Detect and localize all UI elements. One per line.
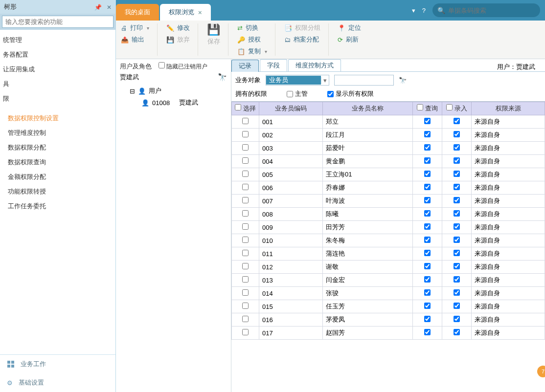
locate-button[interactable]: 📍 定位 (338, 23, 361, 32)
authorize-button[interactable]: 🔑 授权 (237, 35, 267, 44)
function-search-input[interactable] (2, 16, 114, 28)
close-panel-icon[interactable]: ✕ (107, 4, 112, 11)
row-select[interactable] (242, 316, 249, 322)
tree-root-user[interactable]: ⊟ 👤 用户 (130, 87, 227, 95)
switch-button[interactable]: ⇄ 切换 (237, 23, 267, 32)
sub-nav-item[interactable]: 管理维度控制 (7, 126, 115, 140)
col-name[interactable]: 业务员名称 (323, 102, 413, 115)
sub-nav-item[interactable]: 功能权限转授 (7, 184, 115, 199)
tree-user-node[interactable]: 👤 01008 贾建武 (141, 98, 227, 107)
sub-nav-item[interactable]: 数据权限分配 (7, 140, 115, 155)
hide-cancelled-checkbox[interactable]: 隐藏已注销用户 (159, 62, 207, 71)
row-entry[interactable] (454, 118, 460, 124)
row-query[interactable] (424, 118, 431, 124)
nav-item[interactable]: 让应用集成 (0, 62, 115, 77)
tab-my-desktop[interactable]: 我的桌面 (116, 4, 159, 21)
table-row[interactable]: 014张骏来源自身 (232, 287, 545, 300)
row-select[interactable] (242, 210, 249, 217)
row-entry[interactable] (454, 184, 460, 190)
row-query[interactable] (424, 144, 431, 151)
row-query[interactable] (424, 223, 431, 230)
row-query[interactable] (424, 250, 431, 256)
row-query[interactable] (424, 171, 431, 177)
row-entry[interactable] (454, 157, 460, 164)
row-query[interactable] (424, 329, 431, 335)
collapse-icon[interactable]: ⊟ (130, 87, 135, 95)
filter-input[interactable] (335, 75, 393, 85)
nav-item[interactable]: 统管理 (0, 33, 115, 47)
tab-permission-browse[interactable]: 权限浏览 × (160, 4, 211, 21)
nav-item[interactable]: 限 (0, 91, 115, 106)
row-entry[interactable] (454, 237, 460, 243)
nav-item[interactable]: 务器配置 (0, 47, 115, 62)
row-entry[interactable] (454, 197, 460, 203)
row-select[interactable] (242, 303, 249, 309)
row-select[interactable] (242, 329, 249, 335)
table-row[interactable]: 011蒲连艳来源自身 (232, 247, 545, 261)
table-row[interactable]: 016茅爱凤来源自身 (232, 313, 545, 327)
row-select[interactable] (242, 263, 249, 269)
row-select[interactable] (242, 157, 249, 164)
supervisor-checkbox[interactable]: 主管 (287, 89, 308, 98)
row-select[interactable] (242, 197, 249, 203)
row-entry[interactable] (454, 250, 460, 256)
row-query[interactable] (424, 210, 431, 217)
table-row[interactable]: 017赵国芳来源自身 (232, 327, 545, 340)
row-query[interactable] (424, 263, 431, 269)
row-select[interactable] (242, 276, 249, 283)
row-select[interactable] (242, 171, 249, 177)
row-entry[interactable] (454, 303, 460, 309)
col-select[interactable]: 选择 (232, 102, 259, 115)
pin-icon[interactable]: 📌 (94, 4, 102, 11)
sub-nav-item[interactable]: 金额权限分配 (7, 170, 115, 184)
row-query[interactable] (424, 197, 431, 203)
chevron-down-icon[interactable]: ▾ (321, 77, 329, 84)
row-query[interactable] (424, 289, 431, 296)
refresh-button[interactable]: ⟳ 刷新 (338, 35, 361, 44)
table-row[interactable]: 007叶海波来源自身 (232, 195, 545, 208)
row-select[interactable] (242, 289, 249, 296)
row-query[interactable] (424, 237, 431, 243)
table-row[interactable]: 002段江月来源自身 (232, 129, 545, 142)
global-search-input[interactable] (448, 7, 535, 14)
row-query[interactable] (424, 303, 431, 309)
subtab-record[interactable]: 记录 (231, 60, 259, 72)
export-button[interactable]: 📤 输出 (121, 35, 149, 44)
copy-button[interactable]: 📋 复制▾ (237, 47, 267, 56)
row-entry[interactable] (454, 276, 460, 283)
show-all-checkbox[interactable]: 显示所有权限 (327, 89, 374, 98)
row-query[interactable] (424, 184, 431, 190)
row-entry[interactable] (454, 316, 460, 322)
row-select[interactable] (242, 131, 249, 137)
row-select[interactable] (242, 118, 249, 124)
col-query[interactable]: 查询 (413, 102, 442, 115)
table-row[interactable]: 015任玉芳来源自身 (232, 300, 545, 313)
table-row[interactable]: 009田芳芳来源自身 (232, 221, 545, 234)
row-select[interactable] (242, 144, 249, 151)
archive-assign-button[interactable]: 🗂 档案分配 (284, 35, 320, 44)
row-entry[interactable] (454, 171, 460, 177)
base-settings-button[interactable]: ⚙ 基础设置 (0, 373, 115, 392)
binoculars-icon[interactable]: 🔭 (218, 73, 227, 82)
table-row[interactable]: 008陈曦来源自身 (232, 208, 545, 221)
table-row[interactable]: 012谢敬来源自身 (232, 261, 545, 274)
row-entry[interactable] (454, 131, 460, 137)
row-select[interactable] (242, 250, 249, 256)
table-row[interactable]: 004黄金鹏来源自身 (232, 155, 545, 168)
row-query[interactable] (424, 276, 431, 283)
row-select[interactable] (242, 184, 249, 190)
sub-nav-item[interactable]: 数据权限查询 (7, 155, 115, 170)
close-tab-icon[interactable]: × (198, 9, 202, 16)
sub-nav-item[interactable]: 工作任务委托 (7, 199, 115, 214)
dropdown-icon[interactable]: ▾ (412, 7, 415, 14)
subtab-field[interactable]: 字段 (260, 59, 287, 71)
table-row[interactable]: 005王立海01来源自身 (232, 168, 545, 181)
biz-object-combo[interactable]: 业务员 ▾ (266, 75, 329, 86)
biz-work-button[interactable]: 业务工作 (0, 355, 115, 373)
row-query[interactable] (424, 157, 431, 164)
col-code[interactable]: 业务员编码 (259, 102, 323, 115)
global-search[interactable]: 🔍 (432, 3, 540, 17)
subtab-dim[interactable]: 维度控制方式 (288, 59, 341, 71)
modify-button[interactable]: ✏️ 修改 (166, 23, 190, 32)
print-button[interactable]: 🖨 打印▾ (121, 23, 149, 32)
